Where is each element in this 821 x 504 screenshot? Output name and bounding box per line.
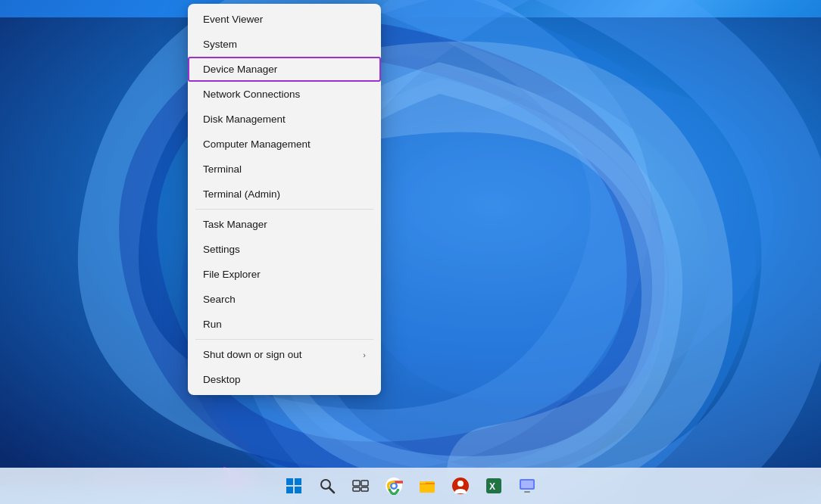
chrome-button[interactable] [379,471,409,501]
copilot-icon [451,477,470,495]
windows-start-icon [286,478,302,494]
svg-rect-12 [353,487,360,491]
desktop-wallpaper [0,0,821,504]
svg-rect-11 [361,481,368,486]
menu-item-file-explorer[interactable]: File Explorer [188,262,381,287]
search-taskbar-icon [319,478,336,494]
menu-item-label: Disk Management [203,114,286,125]
menu-item-label: Desktop [203,374,241,385]
menu-item-label: Search [203,294,236,305]
svg-rect-26 [521,481,533,488]
svg-rect-27 [524,491,530,493]
copilot-button[interactable] [445,471,476,501]
file-explorer-icon [418,477,436,495]
excel-icon: X [485,477,503,495]
svg-rect-4 [286,478,293,485]
menu-item-task-manager[interactable]: Task Manager [188,212,381,237]
menu-item-label: Settings [203,244,240,255]
menu-item-disk-management[interactable]: Disk Management [188,107,381,132]
svg-point-17 [392,484,396,488]
menu-item-terminal-admin[interactable]: Terminal (Admin) [188,182,381,207]
menu-item-label: Shut down or sign out [203,349,302,360]
chrome-icon [385,477,403,495]
svg-rect-13 [361,487,368,491]
submenu-chevron-icon: › [363,350,366,359]
menu-separator [195,339,373,340]
svg-rect-7 [295,487,301,493]
menu-item-label: Network Connections [203,89,300,100]
context-menu: Event ViewerSystemDevice ManagerNetwork … [188,4,381,395]
menu-item-computer-management[interactable]: Computer Management [188,132,381,157]
menu-item-shut-down[interactable]: Shut down or sign out› [188,342,381,367]
start-button[interactable] [279,471,309,501]
taskbar: X [0,468,821,504]
task-view-icon [352,478,369,494]
svg-rect-10 [353,481,360,486]
menu-item-label: Computer Management [203,138,311,150]
quicklaunch-button[interactable] [512,471,542,501]
menu-item-device-manager[interactable]: Device Manager [188,57,381,82]
menu-separator [195,209,373,210]
svg-line-9 [329,488,334,493]
task-view-button[interactable] [345,471,376,501]
desktop: Event ViewerSystemDevice ManagerNetwork … [0,0,821,504]
menu-item-label: Device Manager [203,64,277,75]
menu-item-label: System [203,39,237,50]
svg-point-22 [457,481,464,487]
file-explorer-button[interactable] [412,471,442,501]
menu-item-system[interactable]: System [188,32,381,57]
menu-item-label: Terminal [203,163,242,175]
menu-item-settings[interactable]: Settings [188,237,381,262]
svg-rect-20 [420,481,426,484]
menu-item-run[interactable]: Run [188,312,381,337]
menu-item-label: Run [203,319,222,330]
svg-text:X: X [489,481,495,492]
menu-item-label: Task Manager [203,219,267,230]
search-taskbar-button[interactable] [312,471,342,501]
excel-button[interactable]: X [479,471,509,501]
menu-item-event-viewer[interactable]: Event Viewer [188,7,381,32]
quicklaunch-icon [518,477,536,495]
menu-item-network-connections[interactable]: Network Connections [188,82,381,107]
menu-item-terminal[interactable]: Terminal [188,157,381,182]
menu-item-label: File Explorer [203,269,261,280]
menu-item-desktop[interactable]: Desktop [188,367,381,392]
menu-item-label: Event Viewer [203,14,263,25]
svg-rect-5 [295,478,301,485]
svg-rect-6 [286,487,293,493]
menu-item-search[interactable]: Search [188,287,381,312]
menu-item-label: Terminal (Admin) [203,188,280,200]
